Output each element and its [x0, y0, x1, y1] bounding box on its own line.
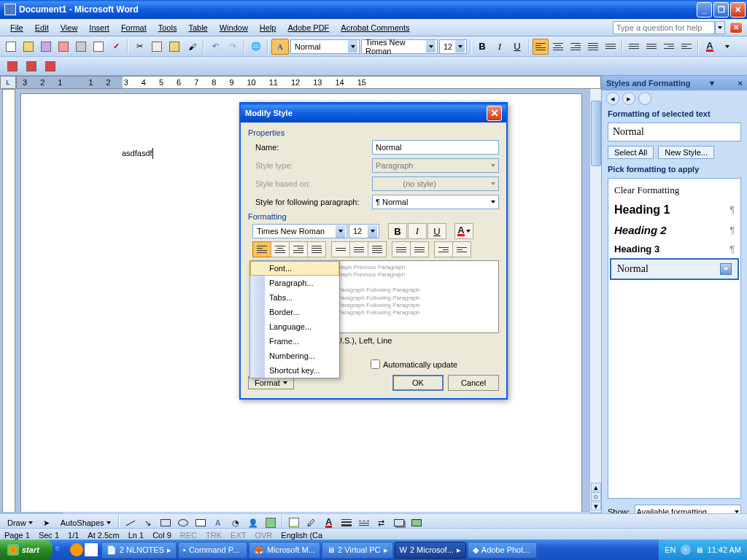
- style-name-input[interactable]: Normal: [372, 140, 499, 155]
- bold-icon[interactable]: B: [474, 39, 490, 55]
- horizontal-ruler[interactable]: 321123456789101112131415: [16, 76, 601, 89]
- status-ovr[interactable]: OVR: [255, 531, 272, 540]
- menu-window[interactable]: Window: [214, 21, 254, 34]
- task-nlnotes[interactable]: 📄2 NLNOTES▸: [101, 542, 177, 559]
- task-msm[interactable]: 🦊Microsoft M...: [249, 542, 320, 559]
- permission-icon[interactable]: [55, 39, 71, 55]
- dlg-para-before-icon[interactable]: [392, 241, 411, 257]
- toolbar-options-icon[interactable]: [719, 39, 735, 55]
- style-heading1[interactable]: Heading 1¶: [608, 200, 740, 220]
- menu-edit[interactable]: Edit: [29, 21, 55, 34]
- task-photoshop[interactable]: ◆Adobe Phot...: [468, 542, 537, 559]
- align-right-icon[interactable]: [568, 39, 584, 55]
- align-left-icon[interactable]: [533, 39, 549, 55]
- taskpane-close-icon[interactable]: ×: [738, 79, 743, 88]
- numbering-icon[interactable]: [626, 39, 642, 55]
- menu-help[interactable]: Help: [254, 21, 282, 34]
- tab-selector-icon[interactable]: L: [0, 76, 16, 89]
- auto-update-checkbox[interactable]: [371, 359, 380, 369]
- ql-ie-icon[interactable]: e: [55, 543, 69, 556]
- popup-numbering[interactable]: Numbering...: [250, 349, 339, 363]
- format-painter-icon[interactable]: 🖌: [184, 39, 200, 55]
- menu-acrobat-comments[interactable]: Acrobat Comments: [335, 21, 415, 34]
- line-spacing-icon[interactable]: [603, 39, 619, 55]
- convert-pdf-email-icon[interactable]: [23, 58, 39, 74]
- dlg-indent-left-icon[interactable]: [434, 241, 453, 257]
- next-page-icon[interactable]: ▾: [591, 502, 601, 510]
- prev-page-icon[interactable]: ▴: [591, 483, 601, 491]
- dlg-para-after-icon[interactable]: [410, 241, 429, 257]
- dlg-size-combo[interactable]: 12: [349, 224, 379, 238]
- align-center-icon[interactable]: [550, 39, 566, 55]
- close-button[interactable]: ✕: [730, 2, 746, 18]
- task-word[interactable]: W2 Microsof...▸: [395, 542, 466, 559]
- cut-icon[interactable]: ✂: [131, 39, 147, 55]
- ok-button[interactable]: OK: [392, 375, 444, 391]
- style-heading2[interactable]: Heading 2¶: [608, 220, 740, 240]
- dlg-align-right-icon[interactable]: [289, 241, 308, 257]
- popup-paragraph[interactable]: Paragraph...: [250, 276, 339, 290]
- cancel-button[interactable]: Cancel: [448, 375, 499, 391]
- style-heading3[interactable]: Heading 3¶: [608, 240, 740, 258]
- print-preview-icon[interactable]: [90, 39, 107, 55]
- status-trk[interactable]: TRK: [206, 531, 222, 540]
- redo-icon[interactable]: ↷: [225, 39, 241, 55]
- status-ext[interactable]: EXT: [231, 531, 246, 540]
- italic-icon[interactable]: I: [492, 39, 508, 55]
- tray-clock[interactable]: 11:42 AM: [708, 545, 741, 554]
- paste-icon[interactable]: [166, 39, 182, 55]
- dlg-italic-icon[interactable]: I: [408, 223, 427, 239]
- dlg-underline-icon[interactable]: U: [427, 223, 446, 239]
- status-language[interactable]: English (Ca: [281, 531, 322, 540]
- menu-insert[interactable]: Insert: [83, 21, 115, 34]
- start-button[interactable]: start: [0, 540, 53, 560]
- dlg-align-center-icon[interactable]: [271, 241, 290, 257]
- tray-expand-icon[interactable]: ‹: [681, 545, 691, 555]
- dlg-spacing15-icon[interactable]: [349, 241, 368, 257]
- print-icon[interactable]: [73, 39, 89, 55]
- style-normal[interactable]: Normal: [610, 258, 739, 280]
- hyperlink-icon[interactable]: 🌐: [248, 39, 264, 55]
- popup-shortcut[interactable]: Shortcut key...: [250, 363, 339, 378]
- copy-icon[interactable]: [149, 39, 165, 55]
- decrease-indent-icon[interactable]: [661, 39, 677, 55]
- convert-pdf-icon[interactable]: [4, 58, 20, 74]
- style-list[interactable]: Clear Formatting Heading 1¶ Heading 2¶ H…: [608, 178, 741, 499]
- dlg-font-color-icon[interactable]: A: [454, 223, 473, 239]
- dlg-font-combo[interactable]: Times New Roman: [252, 224, 347, 238]
- tray-network-icon[interactable]: 🖥: [695, 545, 703, 554]
- spelling-icon[interactable]: ✓: [108, 39, 124, 55]
- task-virtualpc[interactable]: 🖥2 Virtual PC▸: [322, 542, 393, 559]
- browse-object-icon[interactable]: ○: [591, 492, 601, 501]
- task-command[interactable]: ▪Command P...: [178, 542, 247, 559]
- increase-indent-icon[interactable]: [678, 39, 694, 55]
- styles-pane-icon[interactable]: A: [271, 39, 289, 55]
- following-combo[interactable]: ¶ Normal: [372, 195, 499, 209]
- popup-language[interactable]: Language...: [250, 319, 339, 334]
- status-rec[interactable]: REC: [180, 531, 197, 540]
- help-search-input[interactable]: [613, 21, 715, 34]
- menu-table[interactable]: Table: [182, 21, 213, 34]
- menu-view[interactable]: View: [55, 21, 84, 34]
- dlg-bold-icon[interactable]: B: [388, 223, 407, 239]
- dlg-spacing2-icon[interactable]: [368, 241, 387, 257]
- menu-adobe-pdf[interactable]: Adobe PDF: [282, 21, 335, 34]
- new-doc-icon[interactable]: [3, 39, 19, 55]
- ql-desktop-icon[interactable]: [85, 543, 98, 556]
- dlg-indent-right-icon[interactable]: [452, 241, 471, 257]
- font-size-combo[interactable]: 12: [439, 39, 467, 54]
- minimize-button[interactable]: _: [697, 2, 712, 18]
- tray-language[interactable]: EN: [665, 545, 676, 554]
- ql-outlook-icon[interactable]: [70, 543, 83, 556]
- style-dropdown-icon[interactable]: [720, 263, 732, 275]
- align-justify-icon[interactable]: [585, 39, 601, 55]
- new-style-button[interactable]: New Style...: [658, 146, 714, 159]
- popup-tabs[interactable]: Tabs...: [250, 290, 339, 305]
- vertical-ruler[interactable]: [2, 89, 15, 524]
- help-dropdown-icon[interactable]: [715, 21, 725, 34]
- current-style-box[interactable]: Normal: [608, 122, 741, 141]
- underline-icon[interactable]: U: [509, 39, 525, 55]
- dlg-align-justify-icon[interactable]: [307, 241, 326, 257]
- save-icon[interactable]: [38, 39, 54, 55]
- open-icon[interactable]: [20, 39, 36, 55]
